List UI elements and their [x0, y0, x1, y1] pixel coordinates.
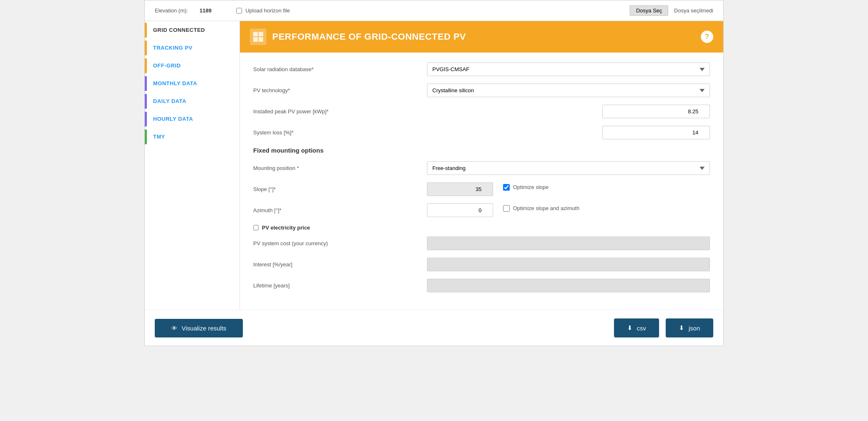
pv-system-cost-label: PV system cost (your currency)	[253, 240, 427, 246]
sidebar-item-monthly-data[interactable]: MONTHLY DATA	[145, 74, 240, 92]
slope-row: Slope [°]* 35 Optimize slope	[253, 182, 710, 196]
optimize-slope-checkbox[interactable]	[503, 184, 510, 191]
system-loss-input-wrapper: 14	[602, 126, 710, 139]
optimize-slope-azimuth-checkbox[interactable]	[503, 205, 510, 212]
installed-peak-label: Installed peak PV power [kWp]*	[253, 108, 427, 115]
section-title: PERFORMANCE OF GRID-CONNECTED PV	[272, 31, 695, 42]
main-layout: GRID CONNECTED TRACKING PV OFF-GRID MONT…	[145, 21, 723, 310]
sidebar-indicator-tmy	[145, 129, 147, 144]
lifetime-input[interactable]	[427, 279, 710, 292]
pv-electricity-price-section: PV electricity price	[253, 225, 710, 231]
upload-horizon-label: Upload horizon file	[245, 7, 290, 14]
csv-label: csv	[637, 325, 646, 332]
azimuth-input[interactable]: 0	[427, 203, 493, 217]
sidebar-label-grid-connected: GRID CONNECTED	[153, 27, 205, 33]
elevation-label: Elevation (m):	[155, 7, 188, 14]
sidebar-item-grid-connected[interactable]: GRID CONNECTED	[145, 21, 240, 39]
optimize-slope-row: Optimize slope	[503, 184, 710, 191]
pv-technology-label: PV technology*	[253, 87, 427, 93]
solar-radiation-row: Solar radiation database* PVGIS-CMSAF PV…	[253, 62, 710, 76]
sidebar-item-tracking-pv[interactable]: TRACKING PV	[145, 39, 240, 57]
solar-radiation-label: Solar radiation database*	[253, 66, 427, 72]
system-loss-input[interactable]: 14	[602, 126, 710, 139]
form-content: Solar radiation database* PVGIS-CMSAF PV…	[240, 53, 723, 310]
slope-input[interactable]: 35	[427, 182, 493, 196]
sidebar-indicator-daily	[145, 94, 147, 109]
upload-horizon-checkbox[interactable]	[236, 8, 242, 14]
sidebar-label-monthly-data: MONTHLY DATA	[153, 80, 197, 86]
outer-container: Elevation (m): 1189 Upload horizon file …	[144, 0, 724, 346]
sidebar-label-hourly-data: HOURLY DATA	[153, 116, 193, 122]
file-select-button[interactable]: Dosya Seç	[630, 5, 668, 16]
system-loss-label: System loss [%]*	[253, 129, 427, 136]
sidebar-indicator-grid	[145, 23, 147, 38]
slope-label: Slope [°]*	[253, 186, 427, 192]
lifetime-label: Lifetime [years]	[253, 282, 427, 289]
eye-icon: 👁	[171, 325, 177, 332]
visualize-results-button[interactable]: 👁 Visualize results	[155, 319, 243, 337]
azimuth-label: Azimuth [°]*	[253, 207, 427, 213]
sidebar: GRID CONNECTED TRACKING PV OFF-GRID MONT…	[145, 21, 240, 310]
solar-radiation-select-wrapper: PVGIS-CMSAF PVGIS-ERA5 PVGIS-SARAH	[427, 62, 710, 76]
mounting-position-label: Mounting position *	[253, 165, 427, 171]
fixed-mounting-title: Fixed mounting options	[253, 147, 710, 154]
installed-peak-row: Installed peak PV power [kWp]* 8.25	[253, 105, 710, 118]
csv-download-button[interactable]: ⬇ csv	[614, 318, 659, 337]
svg-rect-3	[259, 37, 263, 42]
pv-electricity-price-checkbox[interactable]	[253, 225, 259, 230]
pv-technology-row: PV technology* Crystalline silicon CIS C…	[253, 84, 710, 97]
system-loss-row: System loss [%]* 14	[253, 126, 710, 139]
pv-technology-select-wrapper: Crystalline silicon CIS CdTe Unknown	[427, 84, 710, 97]
sidebar-label-tracking-pv: TRACKING PV	[153, 45, 192, 51]
top-bar: Elevation (m): 1189 Upload horizon file …	[145, 0, 723, 21]
mounting-position-row: Mounting position * Free-standing Buildi…	[253, 161, 710, 175]
sidebar-label-off-grid: OFF-GRID	[153, 62, 181, 69]
sidebar-indicator-offgrid	[145, 58, 147, 73]
section-header-icon	[250, 29, 266, 45]
azimuth-options: Optimize slope and azimuth	[493, 205, 710, 216]
json-download-icon: ⬇	[679, 324, 684, 332]
optimize-slope-azimuth-label: Optimize slope and azimuth	[513, 205, 579, 211]
azimuth-input-wrapper: 0	[427, 203, 493, 217]
content-area: PERFORMANCE OF GRID-CONNECTED PV ? Solar…	[240, 21, 723, 310]
upload-horizon-section: Upload horizon file	[236, 7, 290, 14]
sidebar-indicator-monthly	[145, 76, 147, 91]
solar-radiation-select[interactable]: PVGIS-CMSAF PVGIS-ERA5 PVGIS-SARAH	[427, 62, 710, 76]
interest-input-wrapper	[427, 258, 710, 271]
slope-input-wrapper: 35	[427, 182, 493, 196]
sidebar-indicator-tracking	[145, 41, 147, 55]
svg-rect-2	[253, 37, 258, 42]
optimize-slope-azimuth-row: Optimize slope and azimuth	[503, 205, 710, 212]
svg-rect-0	[253, 32, 258, 36]
interest-input[interactable]	[427, 258, 710, 271]
sidebar-item-tmy[interactable]: TMY	[145, 128, 240, 146]
pv-system-cost-row: PV system cost (your currency)	[253, 237, 710, 250]
sidebar-label-daily-data: DAILY DATA	[153, 98, 186, 104]
json-label: json	[688, 325, 700, 332]
slope-options: Optimize slope	[493, 184, 710, 195]
lifetime-input-wrapper	[427, 279, 710, 292]
help-button[interactable]: ?	[701, 31, 713, 43]
installed-peak-input-wrapper: 8.25	[602, 105, 710, 118]
elevation-value: 1189	[199, 7, 211, 14]
pv-system-cost-input[interactable]	[427, 237, 710, 250]
lifetime-row: Lifetime [years]	[253, 279, 710, 292]
mounting-position-select-wrapper: Free-standing Building integrated	[427, 161, 710, 175]
csv-download-icon: ⬇	[627, 324, 633, 332]
sidebar-label-tmy: TMY	[153, 134, 165, 140]
pv-electricity-price-label: PV electricity price	[262, 225, 310, 231]
optimize-slope-label: Optimize slope	[513, 184, 549, 190]
sidebar-item-daily-data[interactable]: DAILY DATA	[145, 92, 240, 110]
sidebar-item-hourly-data[interactable]: HOURLY DATA	[145, 110, 240, 128]
bottom-bar: 👁 Visualize results ⬇ csv ⬇ json	[145, 310, 723, 346]
json-download-button[interactable]: ⬇ json	[666, 318, 713, 337]
svg-rect-1	[259, 32, 263, 36]
installed-peak-input[interactable]: 8.25	[602, 105, 710, 118]
azimuth-row: Azimuth [°]* 0 Optimize slope and azimut…	[253, 203, 710, 217]
sidebar-indicator-hourly	[145, 112, 147, 127]
file-select-status: Dosya seçilmedi	[674, 7, 713, 14]
interest-label: Interest [%/year]	[253, 261, 427, 268]
sidebar-item-off-grid[interactable]: OFF-GRID	[145, 57, 240, 74]
mounting-position-select[interactable]: Free-standing Building integrated	[427, 161, 710, 175]
pv-technology-select[interactable]: Crystalline silicon CIS CdTe Unknown	[427, 84, 710, 97]
